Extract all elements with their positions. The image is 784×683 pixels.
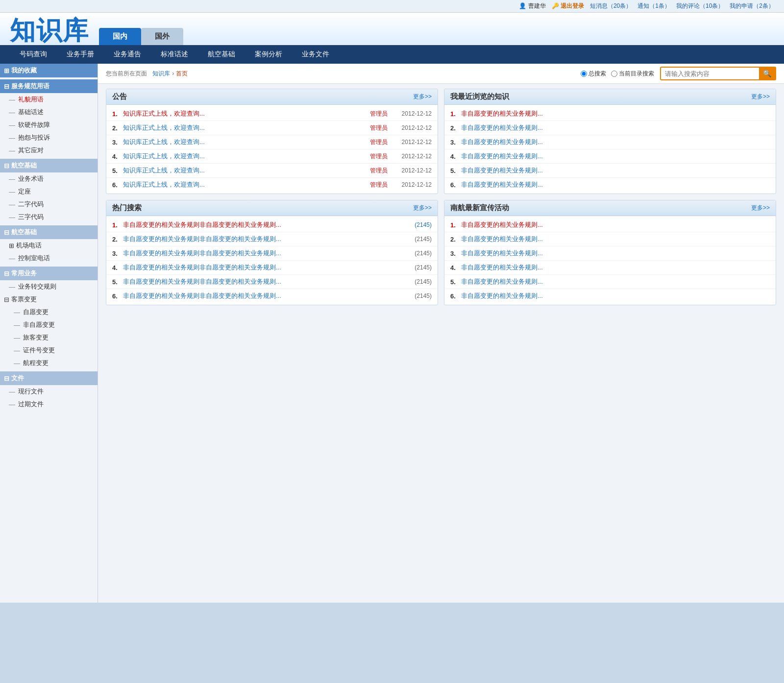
list-num: 5. xyxy=(112,278,119,286)
nav-item-haomazixun[interactable]: 号码查询 xyxy=(10,45,57,64)
list-num: 5. xyxy=(112,167,119,174)
list-num: 1. xyxy=(112,221,119,229)
dash-icon: — xyxy=(9,175,15,183)
sidebar-item-voluntary[interactable]: — 自愿变更 xyxy=(0,306,98,318)
my-requests-link[interactable]: 我的申请（2条） xyxy=(730,2,774,10)
list-count: (2145) xyxy=(407,221,432,228)
search-area: 总搜索 当前目录搜索 🔍 xyxy=(581,67,776,80)
search-button[interactable]: 🔍 xyxy=(759,68,775,79)
logout-link[interactable]: 🔑 退出登录 xyxy=(552,2,584,10)
nav-item-anlifenxi[interactable]: 案例分析 xyxy=(245,45,292,64)
sidebar-item-complaint[interactable]: — 抱怨与投诉 xyxy=(0,131,98,144)
messages-link[interactable]: 短消息（20条） xyxy=(590,2,632,10)
dash-icon: — xyxy=(9,201,15,208)
recent-more-link[interactable]: 更多>> xyxy=(751,93,770,101)
list-num: 1. xyxy=(450,110,457,118)
dash-icon: — xyxy=(14,309,20,316)
sidebar-item-basic[interactable]: — 基础话述 xyxy=(0,106,98,119)
sidebar-item-hardware[interactable]: — 软硬件故障 xyxy=(0,119,98,131)
dash-icon: — xyxy=(9,188,15,195)
panel-announcements-body: 1. 知识库正式上线，欢迎查询... 管理员 2012-12-12 2. 知识库… xyxy=(106,105,438,194)
list-title: 知识库正式上线，欢迎查询... xyxy=(123,123,365,132)
list-title: 非自愿变更的相关业务规则... xyxy=(461,138,770,146)
list-count: (2145) xyxy=(407,236,432,243)
list-item: 5. 非自愿变更的相关业务规则... xyxy=(444,164,776,178)
nav-item-biaozhunhuashu[interactable]: 标准话述 xyxy=(151,45,198,64)
list-date: 2012-12-12 xyxy=(392,167,432,174)
nav-item-hangkongjichuu[interactable]: 航空基础 xyxy=(198,45,245,64)
list-item: 3. 非自愿变更的相关业务规则非自愿变更的相关业务规则... (2145) xyxy=(106,246,438,261)
sidebar-item-3code[interactable]: — 三字代码 xyxy=(0,211,98,223)
breadcrumb-prefix: 您当前所在页面 xyxy=(106,70,147,78)
list-item: 5. 非自愿变更的相关业务规则... xyxy=(444,275,776,289)
list-title: 非自愿变更的相关业务规则... xyxy=(461,166,770,175)
panel-hot-body: 1. 非自愿变更的相关业务规则非自愿变更的相关业务规则... (2145) 2.… xyxy=(106,216,438,305)
panel-announcements-header: 公告 更多>> xyxy=(106,89,438,105)
announcements-more-link[interactable]: 更多>> xyxy=(413,93,432,101)
list-title: 非自愿变更的相关业务规则... xyxy=(461,220,770,229)
sidebar-item-airport-phone[interactable]: ⊞ 机场电话 xyxy=(0,239,98,252)
list-item: 5. 非自愿变更的相关业务规则非自愿变更的相关业务规则... (2145) xyxy=(106,275,438,289)
list-author: 管理员 xyxy=(369,124,389,132)
minus-icon5: ⊟ xyxy=(4,296,9,303)
sidebar-section-common: ⊟ 常用业务 xyxy=(0,267,98,280)
list-item: 1. 非自愿变更的相关业务规则非自愿变更的相关业务规则... (2145) xyxy=(106,218,438,232)
list-num: 4. xyxy=(450,153,457,160)
nav-item-yewushouce[interactable]: 业务手册 xyxy=(57,45,104,64)
breadcrumb: 您当前所在页面 知识库 › 首页 xyxy=(106,70,188,78)
hot-more-link[interactable]: 更多>> xyxy=(413,204,432,212)
sidebar-item-terms[interactable]: — 业务术语 xyxy=(0,172,98,185)
list-author: 管理员 xyxy=(369,138,389,146)
plus-icon: ⊞ xyxy=(4,67,9,74)
sidebar-section-aviation1: ⊟ 航空基础 xyxy=(0,159,98,172)
list-item: 1. 知识库正式上线，欢迎查询... 管理员 2012-12-12 xyxy=(106,107,438,121)
nav-item-yewuwenjian[interactable]: 业务文件 xyxy=(292,45,339,64)
tab-area: 国内 国外 xyxy=(99,28,183,45)
sidebar-item-route-change[interactable]: — 航程变更 xyxy=(0,357,98,369)
panel-recent-header: 我最近浏览的知识 更多>> xyxy=(444,89,776,105)
list-author: 管理员 xyxy=(369,167,389,175)
radio-dir-search[interactable]: 当前目录搜索 xyxy=(611,70,654,78)
list-item: 3. 非自愿变更的相关业务规则... xyxy=(444,135,776,149)
list-item: 1. 非自愿变更的相关业务规则... xyxy=(444,107,776,121)
search-input[interactable] xyxy=(661,68,759,79)
content-area: 公告 更多>> 1. 知识库正式上线，欢迎查询... 管理员 2012-12-1… xyxy=(98,84,784,603)
panel-promotion: 南航最新宣传活动 更多>> 1. 非自愿变更的相关业务规则... 2. 非自愿变… xyxy=(444,200,776,305)
sidebar-item-involuntary[interactable]: — 非自愿变更 xyxy=(0,318,98,331)
dash-icon: — xyxy=(14,334,20,342)
top-bar: 👤 曹建华 🔑 退出登录 短消息（20条） 通知（1条） 我的评论（10条） 我… xyxy=(0,0,784,13)
dash-icon: — xyxy=(9,134,15,142)
sidebar-item-id-change[interactable]: — 证件号变更 xyxy=(0,344,98,357)
sidebar-item-passenger[interactable]: — 旅客变更 xyxy=(0,331,98,344)
list-num: 6. xyxy=(450,293,457,300)
sidebar-section-aviation2: ⊟ 航空基础 xyxy=(0,225,98,239)
list-title: 知识库正式上线，欢迎查询... xyxy=(123,138,365,146)
list-count: (2145) xyxy=(407,264,432,271)
list-author: 管理员 xyxy=(369,152,389,161)
sidebar-item-expired-files[interactable]: — 过期文件 xyxy=(0,398,98,411)
sidebar-item-ticket-change[interactable]: ⊟ 客票变更 xyxy=(0,293,98,306)
promotion-more-link[interactable]: 更多>> xyxy=(751,204,770,212)
breadcrumb-path[interactable]: 知识库 xyxy=(152,70,170,78)
sidebar-item-control-phone[interactable]: — 控制室电话 xyxy=(0,252,98,265)
sidebar-item-polite[interactable]: — 礼貌用语 xyxy=(0,93,98,106)
tab-foreign[interactable]: 国外 xyxy=(141,28,183,45)
nav-item-yewutongao[interactable]: 业务通告 xyxy=(104,45,151,64)
user-icon: 👤 xyxy=(519,2,526,9)
list-num: 5. xyxy=(450,167,457,174)
sidebar-item-2code[interactable]: — 二字代码 xyxy=(0,198,98,211)
dash-icon: — xyxy=(9,109,15,116)
bottom-panels-row: 热门搜索 更多>> 1. 非自愿变更的相关业务规则非自愿变更的相关业务规则...… xyxy=(106,200,776,305)
sidebar-item-booking[interactable]: — 定座 xyxy=(0,185,98,198)
notices-link[interactable]: 通知（1条） xyxy=(637,2,670,10)
my-comments-link[interactable]: 我的评论（10条） xyxy=(676,2,724,10)
radio-all-label: 总搜索 xyxy=(588,70,606,78)
list-title: 知识库正式上线，欢迎查询... xyxy=(123,166,365,175)
tab-domestic[interactable]: 国内 xyxy=(99,28,141,45)
sidebar-item-current-files[interactable]: — 现行文件 xyxy=(0,385,98,398)
list-author: 管理员 xyxy=(369,181,389,189)
radio-all-search[interactable]: 总搜索 xyxy=(581,70,606,78)
sidebar-item-other[interactable]: — 其它应对 xyxy=(0,144,98,157)
sidebar-item-transfer[interactable]: — 业务转交规则 xyxy=(0,280,98,293)
list-item: 6. 非自愿变更的相关业务规则非自愿变更的相关业务规则... (2145) xyxy=(106,289,438,303)
